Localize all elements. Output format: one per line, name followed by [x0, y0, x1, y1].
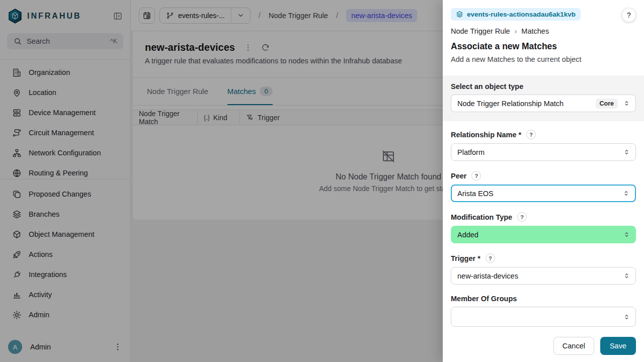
drawer-form: Relationship Name * ? Platform Peer ? Ar… [443, 121, 644, 327]
chevron-right-icon: › [515, 27, 517, 35]
object-type-label: Select an object type [451, 82, 636, 90]
help-icon[interactable]: ? [471, 171, 481, 180]
layers-icon [456, 11, 463, 18]
field-label: Modification Type [451, 213, 512, 221]
selector-icon [623, 313, 630, 321]
selector-icon [623, 148, 630, 156]
save-button[interactable]: Save [600, 337, 636, 355]
core-badge: Core [596, 99, 618, 109]
field-trigger: Trigger * ? new-arista-devices [451, 253, 636, 285]
field-value: Added [457, 231, 478, 239]
field-label: Peer [451, 172, 466, 180]
drawer-subtitle: Add a new Matches to the current object [451, 55, 636, 63]
field-label: Trigger * [451, 254, 480, 262]
selector-icon [623, 231, 630, 238]
field-modification-type: Modification Type ? Added [451, 212, 636, 243]
trigger-select[interactable]: new-arista-devices [451, 267, 636, 285]
cancel-button[interactable]: Cancel [553, 337, 594, 355]
field-label: Relationship Name * [451, 131, 521, 139]
modification-type-select[interactable]: Added [451, 226, 636, 243]
drawer-breadcrumb-parent[interactable]: Node Trigger Rule [451, 27, 510, 35]
help-icon[interactable]: ? [517, 212, 527, 222]
peer-select[interactable]: Arista EOS [451, 185, 636, 202]
relationship-name-select[interactable]: Platform [451, 143, 636, 161]
field-value: Platform [457, 148, 485, 156]
drawer-title: Associate a new Matches [451, 41, 636, 52]
help-button[interactable]: ? [622, 8, 636, 22]
field-member-of-groups: Member Of Groups [451, 295, 636, 327]
field-label: Member Of Groups [451, 295, 517, 303]
object-type-select[interactable]: Node Trigger Relationship Match Core [451, 95, 636, 112]
drawer-breadcrumb: Node Trigger Rule › Matches [451, 27, 636, 35]
field-value: Arista EOS [457, 190, 494, 198]
drawer-footer: Cancel Save [443, 337, 644, 355]
help-icon[interactable]: ? [486, 253, 495, 263]
selector-icon [623, 272, 630, 280]
app-root: INFRAHUB Search ^K Organization Location [0, 0, 644, 362]
field-peer: Peer ? Arista EOS [451, 171, 636, 202]
field-value: new-arista-devices [457, 272, 518, 280]
object-type-value: Node Trigger Relationship Match [457, 100, 564, 108]
branch-badge[interactable]: events-rules-actionsadau6ak1kvb [451, 8, 581, 21]
drawer-header: events-rules-actionsadau6ak1kvb ? Node T… [443, 0, 644, 63]
selector-icon [622, 190, 630, 197]
field-relationship-name: Relationship Name * ? Platform [451, 130, 636, 161]
object-type-section: Select an object type Node Trigger Relat… [443, 75, 644, 121]
associate-matches-drawer: events-rules-actionsadau6ak1kvb ? Node T… [443, 0, 644, 362]
help-icon[interactable]: ? [526, 130, 536, 139]
member-of-groups-select[interactable] [451, 307, 636, 327]
selector-icon [623, 100, 630, 107]
drawer-breadcrumb-current[interactable]: Matches [521, 27, 549, 35]
branch-badge-label: events-rules-actionsadau6ak1kvb [467, 11, 576, 18]
